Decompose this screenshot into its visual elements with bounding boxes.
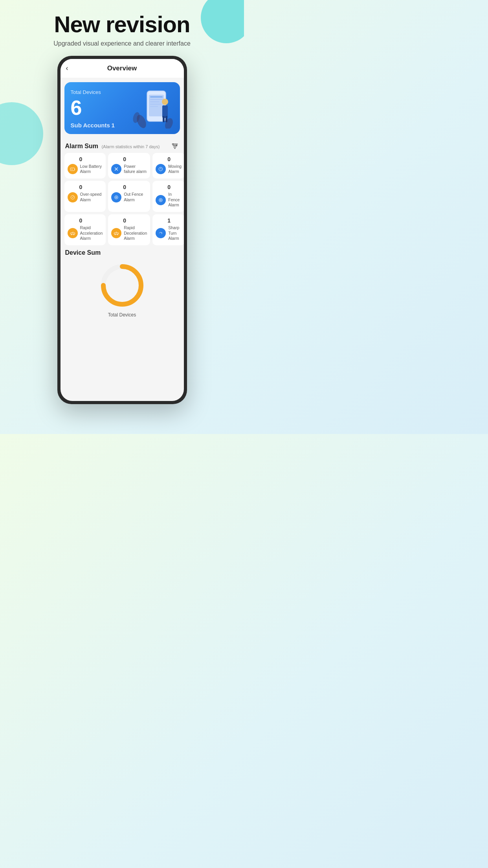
alarm-grid: 0Low Battery Alarm0Power failure alarm0M… bbox=[61, 153, 184, 245]
bg-circle-left bbox=[0, 102, 43, 165]
alarm-count-moving: 0 bbox=[167, 156, 182, 162]
svg-point-18 bbox=[172, 143, 174, 145]
alarm-count-rapid-decel: 0 bbox=[123, 217, 147, 224]
donut-label: Total Devices bbox=[108, 312, 136, 318]
app-topbar: ‹ Overview bbox=[61, 59, 184, 78]
alarm-icon-out-fence bbox=[111, 192, 121, 202]
alarm-section-title: Alarm Sum bbox=[65, 143, 98, 149]
svg-point-34 bbox=[161, 200, 161, 200]
alarm-label-rapid-decel: Rapid Deceleration Alarm bbox=[124, 225, 147, 241]
alarm-label-low-battery: Low Battery Alarm bbox=[80, 164, 103, 175]
alarm-section-subtitle: (Alarm statistics within 7 days) bbox=[101, 144, 160, 149]
alarm-section-title-group: Alarm Sum (Alarm statistics within 7 day… bbox=[65, 143, 160, 150]
device-sum-section: Device Sum Total Devices bbox=[61, 245, 184, 311]
svg-point-39 bbox=[115, 234, 116, 235]
alarm-icon-power-failure bbox=[111, 164, 121, 174]
topbar-title: Overview bbox=[107, 64, 137, 72]
banner-left: Total Devices 6 Sub Accounts 1 bbox=[71, 89, 130, 129]
alarm-label-rapid-accel: Rapid Acceleration Alarm bbox=[80, 225, 103, 241]
page-title: New revision bbox=[0, 12, 244, 37]
sub-accounts-label: Sub Accounts bbox=[71, 122, 110, 129]
alarm-label-moving: Moving Alarm bbox=[168, 164, 182, 175]
page-header: New revision Upgraded visual experience … bbox=[0, 0, 244, 47]
device-sum-title: Device Sum bbox=[65, 249, 179, 256]
svg-point-7 bbox=[162, 99, 168, 105]
banner-total-count: 6 bbox=[71, 97, 130, 118]
svg-rect-9 bbox=[163, 116, 165, 122]
alarm-icon-rapid-accel bbox=[68, 228, 78, 238]
alarm-card-power-failure[interactable]: 0Power failure alarm bbox=[108, 153, 150, 178]
svg-rect-4 bbox=[150, 101, 160, 102]
svg-rect-6 bbox=[150, 106, 158, 107]
svg-point-28 bbox=[72, 197, 73, 198]
alarm-card-low-battery[interactable]: 0Low Battery Alarm bbox=[64, 153, 106, 178]
svg-point-19 bbox=[176, 145, 177, 146]
banner-card: Total Devices 6 Sub Accounts 1 bbox=[64, 82, 180, 134]
alarm-icon-sharp-turn bbox=[156, 228, 166, 238]
phone-screen: ‹ Overview Total Devices 6 Sub Accounts … bbox=[61, 59, 184, 401]
svg-rect-20 bbox=[70, 168, 75, 171]
svg-point-36 bbox=[71, 234, 72, 235]
svg-rect-5 bbox=[150, 104, 161, 105]
alarm-count-overspeed: 0 bbox=[79, 184, 103, 190]
svg-point-40 bbox=[117, 234, 118, 235]
svg-rect-38 bbox=[114, 233, 119, 234]
svg-rect-35 bbox=[70, 233, 75, 234]
alarm-label-power-failure: Power failure alarm bbox=[124, 164, 147, 175]
alarm-label-overspeed: Over-speed Alarm bbox=[80, 192, 103, 202]
phone-mockup: ‹ Overview Total Devices 6 Sub Accounts … bbox=[57, 56, 187, 404]
alarm-card-overspeed[interactable]: 0Over-speed Alarm bbox=[64, 181, 106, 212]
sub-accounts-count: 1 bbox=[111, 122, 114, 129]
alarm-count-sharp-turn: 1 bbox=[167, 217, 182, 224]
alarm-card-out-fence[interactable]: 0Out Fence Alarm bbox=[108, 181, 150, 212]
filter-icon[interactable] bbox=[171, 142, 179, 151]
back-button[interactable]: ‹ bbox=[66, 64, 68, 72]
page-subtitle: Upgraded visual experience and clearer i… bbox=[0, 40, 244, 47]
alarm-label-sharp-turn: Sharp Turn Alarm bbox=[168, 225, 182, 241]
alarm-label-out-fence: Out Fence Alarm bbox=[124, 192, 147, 202]
donut-chart bbox=[99, 262, 146, 309]
svg-point-31 bbox=[116, 197, 117, 197]
alarm-count-power-failure: 0 bbox=[123, 156, 147, 162]
alarm-count-in-fence: 0 bbox=[167, 184, 182, 190]
banner-sub-accounts: Sub Accounts 1 bbox=[71, 122, 130, 129]
banner-illustration bbox=[130, 89, 174, 129]
alarm-section-header: Alarm Sum (Alarm statistics within 7 day… bbox=[61, 138, 184, 153]
alarm-count-out-fence: 0 bbox=[123, 184, 147, 190]
svg-rect-3 bbox=[150, 99, 163, 100]
alarm-card-rapid-accel[interactable]: 0Rapid Acceleration Alarm bbox=[64, 214, 106, 245]
alarm-card-moving[interactable]: 0Moving Alarm bbox=[152, 153, 183, 178]
alarm-icon-overspeed bbox=[68, 192, 78, 202]
svg-rect-1 bbox=[149, 95, 164, 116]
alarm-count-rapid-accel: 0 bbox=[79, 217, 103, 224]
donut-wrap: Total Devices bbox=[99, 262, 146, 309]
alarm-card-in-fence[interactable]: 0In Fence Alarm bbox=[152, 181, 183, 212]
alarm-label-in-fence: In Fence Alarm bbox=[168, 192, 182, 208]
illustration-svg bbox=[130, 89, 174, 129]
alarm-card-sharp-turn[interactable]: 1Sharp Turn Alarm bbox=[152, 214, 183, 245]
svg-rect-8 bbox=[162, 105, 168, 118]
alarm-icon-low-battery bbox=[68, 164, 78, 174]
svg-point-37 bbox=[73, 234, 74, 235]
alarm-icon-moving bbox=[156, 164, 166, 174]
banner-total-label: Total Devices bbox=[71, 89, 130, 95]
alarm-card-rapid-decel[interactable]: 0Rapid Deceleration Alarm bbox=[108, 214, 150, 245]
alarm-icon-in-fence bbox=[156, 195, 166, 205]
alarm-icon-rapid-decel bbox=[111, 228, 121, 238]
svg-rect-2 bbox=[150, 96, 163, 97]
alarm-count-low-battery: 0 bbox=[79, 156, 103, 162]
donut-container: Total Devices bbox=[65, 260, 179, 309]
